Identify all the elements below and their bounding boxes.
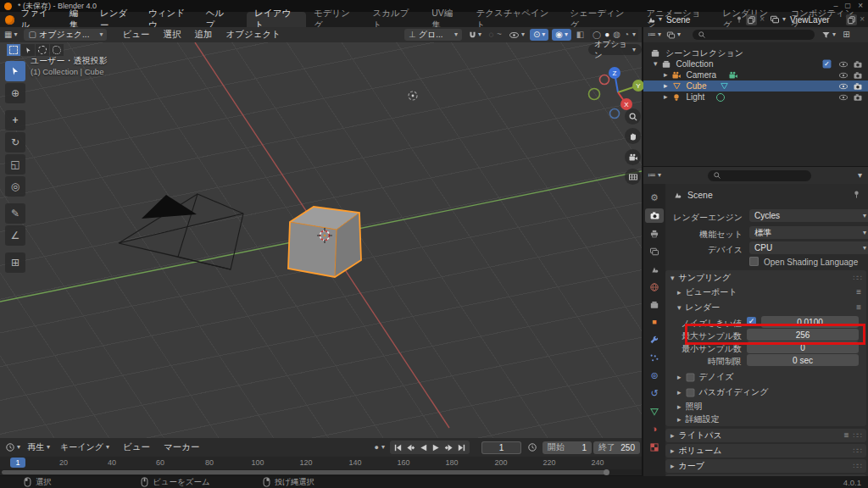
tab-constraints-icon[interactable] [645, 386, 664, 401]
falloff-dropdown-icon[interactable] [497, 30, 502, 39]
new-scene-icon[interactable] [746, 14, 757, 25]
osl-checkbox[interactable] [749, 257, 759, 266]
box-select-button[interactable] [7, 44, 20, 56]
add-cube-tool[interactable] [5, 252, 25, 273]
pin-icon[interactable] [735, 15, 743, 24]
menu-view[interactable]: ビュー [115, 29, 156, 41]
snap-toggle-button[interactable] [467, 29, 478, 41]
render-subpanel-header[interactable]: レンダー [677, 302, 861, 313]
viewport-subpanel-header[interactable]: ビューポート [677, 286, 861, 298]
outliner-filter-id-type[interactable] [666, 30, 681, 40]
path-guiding-checkbox[interactable] [686, 388, 694, 396]
tab-object-data-icon[interactable] [645, 404, 664, 419]
keying-set-dropdown-icon[interactable] [381, 444, 385, 451]
overlays-toggle[interactable] [552, 29, 571, 41]
outliner-search[interactable] [693, 30, 815, 40]
properties-search[interactable] [708, 170, 811, 181]
ortho-toggle-button[interactable] [625, 169, 641, 185]
mode-dropdown[interactable]: オブジェク... [24, 29, 107, 41]
next-keyframe-button[interactable] [443, 441, 454, 453]
outliner-row-cube[interactable]: Cube [643, 80, 868, 92]
outliner-row-scene-collection[interactable]: シーンコレクション [643, 47, 868, 58]
time-limit-field[interactable]: 0 sec [747, 354, 859, 366]
eye-icon[interactable] [838, 92, 849, 103]
menu-object[interactable]: オブジェクト [219, 29, 287, 41]
jump-to-start-button[interactable] [392, 441, 403, 453]
previous-keyframe-button[interactable] [405, 441, 416, 453]
panel-grip-icon[interactable] [854, 463, 861, 470]
options-dropdown[interactable]: オプション [588, 44, 642, 55]
render-engine-dropdown[interactable]: Cycles [749, 209, 868, 222]
tab-object-icon[interactable] [645, 315, 664, 330]
viewlayer-dropdown-icon[interactable] [782, 16, 786, 23]
rotate-tool[interactable] [5, 132, 25, 152]
xray-toggle[interactable] [575, 29, 586, 41]
tab-physics-icon[interactable] [645, 369, 664, 383]
preset-icon[interactable] [844, 431, 849, 440]
tweak-select-button[interactable] [21, 44, 35, 56]
breadcrumb-scene[interactable]: Scene [687, 190, 713, 200]
frame-start-field[interactable]: 開始1 [542, 441, 592, 454]
move-tool[interactable] [5, 110, 25, 130]
current-frame-marker[interactable]: 1 [10, 458, 25, 468]
camera-view-button[interactable] [625, 149, 641, 165]
timeline-ruler[interactable]: 20 40 60 80 100 120 140 160 180 200 220 … [0, 457, 642, 469]
navigation-gizmo[interactable]: Z Y X [581, 59, 653, 124]
render-visibility-icon[interactable] [853, 81, 863, 92]
preset-icon[interactable] [856, 303, 861, 312]
tab-scene-icon[interactable] [645, 262, 664, 276]
render-visibility-icon[interactable] [853, 59, 863, 69]
play-button[interactable] [431, 441, 442, 453]
tab-texture-paint[interactable]: テクスチャペイント [468, 12, 562, 27]
cursor-tool[interactable] [5, 83, 25, 103]
outliner-filter-button[interactable] [821, 30, 836, 40]
shading-rendered-icon[interactable] [624, 30, 629, 39]
shading-material-icon[interactable] [613, 30, 620, 39]
preset-icon[interactable] [856, 288, 861, 297]
panel-grip-icon[interactable] [854, 274, 861, 282]
timeline-view-menu[interactable]: ビュー [116, 441, 157, 453]
tab-layout[interactable]: レイアウト [247, 12, 306, 27]
shading-wireframe-icon[interactable] [593, 31, 601, 39]
timeline-scrollbar[interactable] [0, 469, 642, 475]
snap-dropdown-icon[interactable] [478, 31, 481, 38]
scale-tool[interactable] [5, 154, 25, 175]
tab-modifiers-icon[interactable] [645, 333, 664, 347]
disclosure-icon[interactable] [664, 93, 668, 101]
panel-grip-icon[interactable] [854, 432, 861, 440]
unlink-scene-icon[interactable] [760, 15, 765, 24]
advanced-subpanel-header[interactable]: 詳細設定 [677, 413, 720, 425]
light-paths-panel-header[interactable]: ライトパス [665, 429, 866, 442]
outliner-row-light[interactable]: Light [643, 92, 868, 103]
scene-name[interactable]: Scene [666, 15, 732, 25]
collection-checkbox[interactable] [823, 60, 832, 69]
scene-icon[interactable] [646, 14, 656, 25]
scrollbar-end-handle[interactable] [604, 469, 609, 475]
current-frame-field[interactable]: 1 [481, 441, 521, 454]
render-visibility-icon[interactable] [853, 92, 863, 103]
new-collection-button[interactable] [841, 29, 852, 41]
tab-world-icon[interactable] [645, 280, 664, 294]
remove-viewlayer-icon[interactable] [860, 15, 865, 24]
shading-solid-icon[interactable] [604, 30, 609, 39]
panel-grip-icon[interactable] [854, 447, 861, 455]
tab-sculpting[interactable]: スカルプト [365, 12, 425, 27]
eye-icon[interactable] [838, 81, 849, 92]
visibility-dropdown[interactable] [509, 30, 525, 41]
eye-icon[interactable] [838, 59, 849, 69]
tab-uv-editing[interactable]: UV編集 [424, 12, 468, 27]
keying-menu[interactable]: キーイング [60, 441, 109, 453]
pan-view-button[interactable] [625, 128, 641, 144]
properties-editor-type[interactable] [648, 171, 661, 180]
tab-shading[interactable]: シェーディング [562, 12, 638, 27]
outliner-display-mode[interactable] [648, 30, 661, 39]
editor-type-button[interactable] [4, 30, 17, 39]
volumes-panel-header[interactable]: ボリューム [665, 444, 866, 458]
proportional-edit-button[interactable] [486, 29, 497, 41]
tab-texture-icon[interactable] [645, 440, 664, 454]
disclosure-icon[interactable] [654, 60, 658, 68]
new-viewlayer-icon[interactable] [846, 14, 857, 25]
render-visibility-icon[interactable] [853, 70, 863, 80]
denoise-subpanel-header[interactable]: デノイズ [677, 371, 733, 383]
annotate-tool[interactable] [5, 203, 25, 224]
